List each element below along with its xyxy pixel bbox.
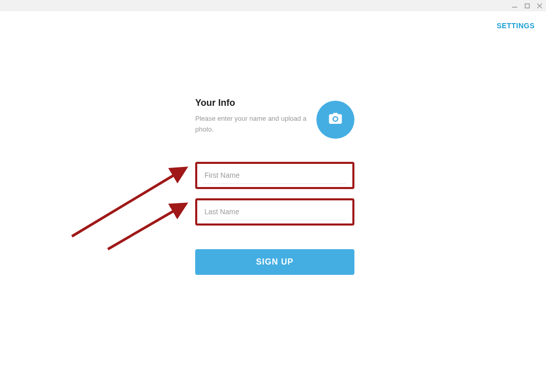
window-titlebar bbox=[0, 0, 546, 11]
form-header: Your Info Please enter your name and upl… bbox=[195, 98, 354, 139]
signup-button[interactable]: SIGN UP bbox=[195, 249, 354, 275]
upload-photo-button[interactable] bbox=[316, 101, 354, 139]
annotation-arrow-1 bbox=[67, 164, 195, 247]
minimize-icon[interactable] bbox=[511, 2, 518, 9]
first-name-highlight-box bbox=[195, 162, 354, 189]
settings-link[interactable]: SETTINGS bbox=[497, 22, 535, 30]
svg-line-5 bbox=[72, 169, 185, 236]
maximize-icon[interactable] bbox=[523, 2, 531, 9]
last-name-highlight-box bbox=[195, 198, 354, 226]
annotation-arrow-2 bbox=[103, 200, 195, 257]
close-icon[interactable] bbox=[536, 2, 543, 9]
form-subtitle: Please enter your name and upload a phot… bbox=[195, 114, 311, 135]
signup-form: Your Info Please enter your name and upl… bbox=[195, 98, 354, 275]
svg-rect-1 bbox=[525, 4, 529, 8]
form-header-text: Your Info Please enter your name and upl… bbox=[195, 98, 316, 135]
camera-icon bbox=[328, 111, 343, 128]
first-name-input[interactable] bbox=[203, 169, 346, 184]
form-title: Your Info bbox=[195, 98, 311, 108]
svg-line-7 bbox=[108, 204, 185, 249]
last-name-input[interactable] bbox=[203, 206, 346, 220]
